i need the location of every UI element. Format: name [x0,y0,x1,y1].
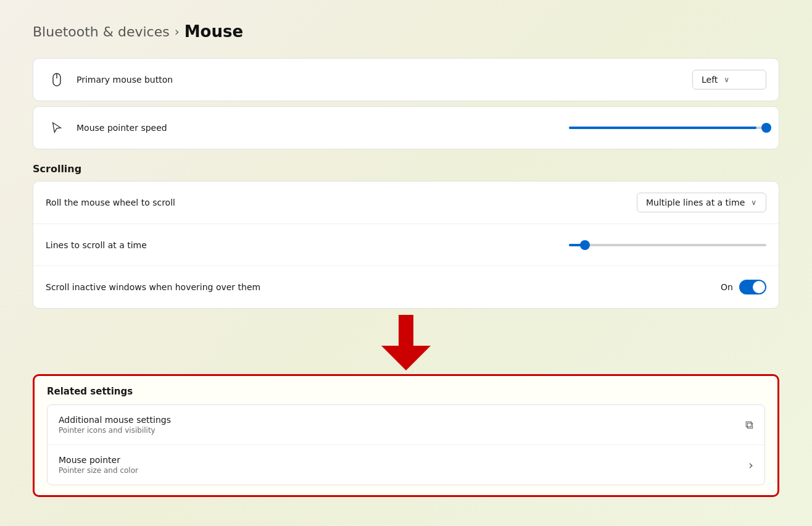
toggle-on-label: On [721,282,733,292]
red-arrow-icon [381,315,431,370]
mouse-pointer-speed-card: Mouse pointer speed [33,106,779,149]
roll-mouse-wheel-label: Roll the mouse wheel to scroll [46,198,637,207]
external-link-icon: ⧉ [745,418,753,432]
mouse-pointer-title: Mouse pointer [59,455,748,465]
chevron-down-icon-2: ∨ [751,198,756,207]
cursor-icon [46,121,68,135]
annotation-arrow-container [33,315,779,370]
lines-to-scroll-control[interactable] [569,244,766,246]
additional-mouse-settings-row[interactable]: Additional mouse settings Pointer icons … [48,405,764,445]
chevron-right-icon: › [748,457,753,472]
primary-mouse-button-control[interactable]: Left ∨ [692,70,766,90]
breadcrumb-separator: › [175,24,180,39]
lines-to-scroll-label: Lines to scroll at a time [46,240,569,250]
scrolling-card: Roll the mouse wheel to scroll Multiple … [33,181,779,309]
scroll-inactive-label: Scroll inactive windows when hovering ov… [46,282,721,292]
scroll-inactive-control[interactable]: On [721,280,766,294]
breadcrumb-current: Mouse [184,22,243,41]
roll-dropdown-value: Multiple lines at a time [646,198,745,207]
related-settings-title: Related settings [47,386,765,397]
primary-mouse-button-dropdown[interactable]: Left ∨ [692,70,766,90]
lines-to-scroll-slider[interactable] [569,244,766,246]
chevron-down-icon: ∨ [724,75,729,84]
roll-mouse-wheel-control[interactable]: Multiple lines at a time ∨ [637,193,766,212]
primary-mouse-button-row: Primary mouse button Left ∨ [33,59,779,101]
mouse-pointer-row[interactable]: Mouse pointer Pointer size and color › [48,445,764,485]
toggle-thumb [753,281,765,293]
primary-mouse-button-card: Primary mouse button Left ∨ [33,58,779,101]
lines-to-scroll-row: Lines to scroll at a time [33,224,779,266]
mouse-icon [46,72,68,87]
mouse-pointer-speed-slider[interactable] [569,127,766,129]
settings-page: Bluetooth & devices › Mouse Primary mous… [14,10,798,516]
breadcrumb: Bluetooth & devices › Mouse [33,22,779,41]
slider-fill [569,127,756,129]
roll-mouse-wheel-row: Roll the mouse wheel to scroll Multiple … [33,182,779,224]
svg-marker-2 [381,346,431,370]
related-settings-section: Related settings Additional mouse settin… [33,374,779,497]
slider-track-2[interactable] [569,244,766,246]
scroll-inactive-toggle[interactable] [739,280,766,294]
additional-mouse-text: Additional mouse settings Pointer icons … [59,415,745,435]
primary-mouse-button-label: Primary mouse button [77,75,692,85]
mouse-pointer-text: Mouse pointer Pointer size and color [59,455,748,475]
mouse-pointer-speed-row: Mouse pointer speed [33,107,779,149]
scroll-inactive-windows-row: Scroll inactive windows when hovering ov… [33,266,779,308]
roll-mouse-wheel-dropdown[interactable]: Multiple lines at a time ∨ [637,193,766,212]
scrolling-section-title: Scrolling [33,163,779,175]
mouse-pointer-speed-control[interactable] [569,127,766,129]
slider-thumb-2[interactable] [580,240,590,250]
mouse-pointer-speed-label: Mouse pointer speed [77,123,569,133]
breadcrumb-parent[interactable]: Bluetooth & devices [33,24,170,40]
slider-track[interactable] [569,127,766,129]
svg-rect-1 [399,315,413,347]
slider-thumb[interactable] [761,123,771,133]
dropdown-value: Left [702,75,718,85]
additional-mouse-title: Additional mouse settings [59,415,745,425]
related-settings-card: Additional mouse settings Pointer icons … [47,404,765,485]
mouse-pointer-subtitle: Pointer size and color [59,466,748,475]
additional-mouse-subtitle: Pointer icons and visibility [59,426,745,435]
